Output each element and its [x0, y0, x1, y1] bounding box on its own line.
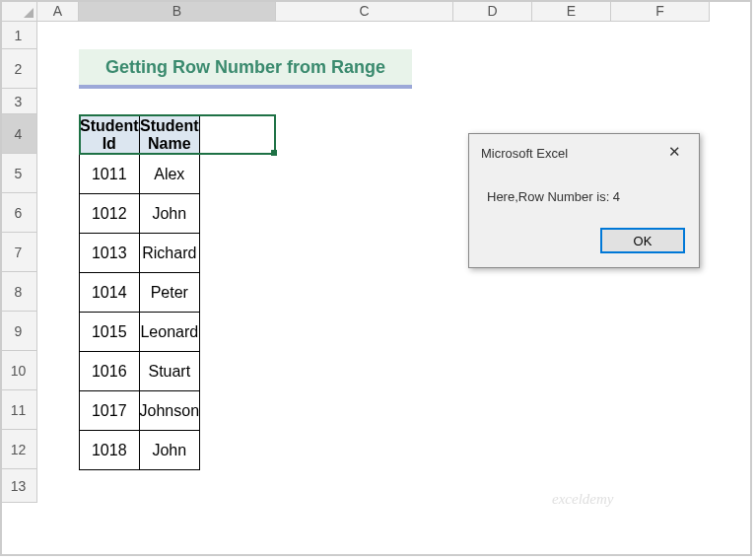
cell-name[interactable]: Richard [139, 234, 200, 273]
cell-id[interactable]: 1011 [80, 155, 140, 194]
table-row: 1014 Peter [80, 273, 200, 313]
row-header-2[interactable]: 2 [0, 49, 37, 89]
cell-name[interactable]: Stuart [139, 352, 200, 391]
dialog-message: Here,Row Number is: 4 [469, 168, 699, 222]
close-icon[interactable]: ✕ [659, 142, 689, 164]
row-header-13[interactable]: 13 [0, 469, 37, 503]
row-header-3[interactable]: 3 [0, 89, 37, 114]
header-student-name[interactable]: Student Name [139, 115, 200, 155]
dialog-title: Microsoft Excel [481, 146, 568, 161]
col-header-C[interactable]: C [276, 0, 453, 22]
sheet-title: Getting Row Number from Range [79, 49, 412, 89]
row-header-6[interactable]: 6 [0, 193, 37, 233]
table-row: 1011 Alex [80, 155, 200, 194]
row-header-4[interactable]: 4 [0, 114, 37, 154]
table-row: 1012 John [80, 194, 200, 234]
cell-name[interactable]: Johnson [139, 391, 200, 431]
select-all-corner[interactable] [0, 0, 37, 22]
table-header-row: Student Id Student Name [80, 115, 200, 155]
table-row: 1018 John [80, 431, 200, 470]
row-headers: 1 2 3 4 5 6 7 8 9 10 11 12 13 [0, 22, 37, 503]
col-header-D[interactable]: D [453, 0, 532, 22]
col-header-B[interactable]: B [79, 0, 276, 22]
header-student-id[interactable]: Student Id [80, 115, 140, 155]
student-table: Student Id Student Name 1011 Alex 1012 J… [79, 114, 200, 470]
cell-id[interactable]: 1014 [80, 273, 140, 313]
spreadsheet-grid: A B C D E F 1 2 3 4 5 6 7 8 9 10 11 12 1… [0, 0, 756, 560]
messagebox-dialog: Microsoft Excel ✕ Here,Row Number is: 4 … [468, 133, 700, 268]
row-header-11[interactable]: 11 [0, 390, 37, 430]
cell-name[interactable]: John [139, 431, 200, 470]
row-header-7[interactable]: 7 [0, 233, 37, 272]
ok-button[interactable]: OK [600, 228, 685, 253]
row-header-5[interactable]: 5 [0, 154, 37, 193]
table-row: 1016 Stuart [80, 352, 200, 391]
col-header-F[interactable]: F [611, 0, 710, 22]
cell-name[interactable]: John [139, 194, 200, 234]
row-header-1[interactable]: 1 [0, 22, 37, 49]
row-header-10[interactable]: 10 [0, 351, 37, 390]
table-row: 1013 Richard [80, 234, 200, 273]
dialog-header: Microsoft Excel ✕ [469, 134, 699, 168]
cell-name[interactable]: Leonard [139, 313, 200, 352]
col-header-E[interactable]: E [532, 0, 611, 22]
cell-id[interactable]: 1018 [80, 431, 140, 470]
row-header-12[interactable]: 12 [0, 430, 37, 469]
cell-id[interactable]: 1015 [80, 313, 140, 352]
col-header-A[interactable]: A [37, 0, 79, 22]
cell-id[interactable]: 1012 [80, 194, 140, 234]
cell-name[interactable]: Peter [139, 273, 200, 313]
cell-id[interactable]: 1016 [80, 352, 140, 391]
column-headers: A B C D E F [0, 0, 710, 22]
table-row: 1017 Johnson [80, 391, 200, 431]
cell-id[interactable]: 1017 [80, 391, 140, 431]
watermark: exceldemy [552, 491, 613, 508]
cell-id[interactable]: 1013 [80, 234, 140, 273]
row-header-9[interactable]: 9 [0, 312, 37, 351]
dialog-footer: OK [469, 222, 699, 267]
table-row: 1015 Leonard [80, 313, 200, 352]
cell-name[interactable]: Alex [139, 155, 200, 194]
row-header-8[interactable]: 8 [0, 272, 37, 312]
